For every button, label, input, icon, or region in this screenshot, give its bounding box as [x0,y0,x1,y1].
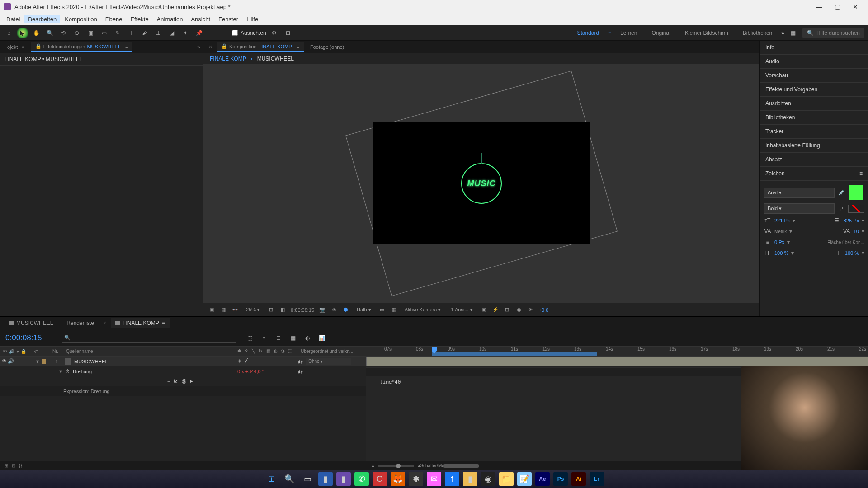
views-dropdown[interactable]: 1 Ansi... ▾ [448,306,475,314]
layer-row-1[interactable]: 👁 🔊 ▼ 1 MUSICWHEEL ☀ ╱ @ O [0,357,366,366]
start-button[interactable]: ⊞ [264,472,278,486]
toggle-brackets-icon[interactable]: {} [19,463,22,468]
character-panel-header[interactable]: Zeichen ≡ [760,167,868,181]
label-color[interactable] [42,359,46,364]
roto-tool-icon[interactable]: ✦ [180,28,191,38]
project-tab[interactable]: ojekt× [3,42,29,52]
grid-icon[interactable]: ⊞ [267,306,274,314]
glasses-icon[interactable]: 👓 [231,306,239,314]
audio-column-icon[interactable]: 🔊 [9,349,14,354]
adjustment-icon[interactable]: ◑ [281,348,287,355]
quality-switch-icon[interactable]: ╱ [245,358,248,364]
close-tab-icon[interactable]: × [206,44,215,50]
leading-value[interactable]: 325 Px [844,218,859,223]
fx-icon[interactable]: fx [259,348,265,355]
channel-icon[interactable]: ▦ [220,306,227,314]
timeline-search-input[interactable] [62,333,236,343]
workspace-lernen[interactable]: Lernen [615,28,642,38]
mask-icon[interactable]: ◧ [279,306,286,314]
exposure-value[interactable]: +0,0 [539,307,549,313]
zoom-dropdown[interactable]: 25% ▾ [243,306,263,314]
resolution-dropdown[interactable]: Halb ▾ [354,306,374,314]
audio-panel-header[interactable]: Audio [760,55,868,69]
workspace-standard[interactable]: Standard [571,28,604,38]
parent-dropdown[interactable]: Ohne ▾ [306,358,351,365]
timeline-scrollbar[interactable] [443,464,479,468]
panel-menu-icon[interactable]: ≡ [123,44,128,49]
timeline-tab-renderliste[interactable]: Renderliste [62,318,99,328]
menu-animation[interactable]: Animation [153,15,187,23]
kerning-value[interactable]: Metrik [774,229,787,234]
transparency-icon[interactable]: ▦ [390,306,397,314]
taskbar-app-2[interactable]: ▮ [336,472,351,486]
eraser-tool-icon[interactable]: ◢ [166,28,177,38]
expression-language-icon[interactable]: ▸ [190,378,193,384]
swap-colors-icon[interactable]: ⇄ [837,205,845,213]
shape-tool-icon[interactable]: ▭ [99,28,109,38]
time-ruler[interactable]: 07s 08s 09s 10s 11s 12s 13s 14s 15s 16s … [366,347,868,357]
timecode-display[interactable]: 0:00:08:15 [291,307,314,313]
workspace-kleiner[interactable]: Kleiner Bildschirm [679,28,734,38]
notepad-icon[interactable]: 📝 [517,472,532,486]
hscale-value[interactable]: 100 % [845,250,859,256]
puppet-tool-icon[interactable]: 📌 [193,28,204,38]
photoshop-icon[interactable]: Ps [553,472,568,486]
tracker-panel-header[interactable]: Tracker [760,125,868,139]
pixel-aspect-icon[interactable]: ▣ [480,306,487,314]
messenger-icon[interactable]: ✉ [427,472,441,486]
menu-bearbeiten[interactable]: Bearbeiten [24,15,60,23]
paragraph-panel-header[interactable]: Absatz [760,153,868,167]
comp-mini-flowchart-icon[interactable]: ⬚ [244,333,255,343]
vscale-value[interactable]: 100 % [774,250,788,256]
rotation-property-row[interactable]: ▼ ⏱ Drehung 0 x +344,0 ° @ [0,366,366,376]
playhead[interactable] [434,347,434,461]
stroke-color-swatch[interactable] [848,205,864,213]
snap-options-icon[interactable]: ⚙ [269,28,280,38]
expression-pickwhip-icon[interactable]: @ [181,378,186,384]
toggle-switches-icon[interactable]: ⊞ [5,463,8,468]
text-tool-icon[interactable]: T [126,28,137,38]
collapse-transform-icon[interactable]: ☀ [237,358,242,364]
reset-exposure-icon[interactable]: ☀ [527,306,534,314]
expand-arrow-icon[interactable]: ▼ [58,369,63,374]
font-size-value[interactable]: 221 Px [774,218,790,223]
illustrator-icon[interactable]: Ai [571,472,586,486]
maximize-button[interactable]: ▢ [828,0,846,14]
brush-tool-icon[interactable]: 🖌 [139,28,150,38]
label-column-icon[interactable]: 🏷 [34,349,39,354]
facebook-icon[interactable]: f [445,472,459,486]
show-snapshot-icon[interactable]: 👁 [330,306,338,314]
snapshot-icon[interactable]: 📷 [319,306,326,314]
taskbar-app-5[interactable]: ✱ [409,472,423,486]
after-effects-icon[interactable]: Ae [535,472,550,486]
quality-icon[interactable]: ╲ [252,348,258,355]
minimize-button[interactable]: — [810,0,828,14]
panel-menu-icon[interactable]: ≡ [859,170,863,177]
layer-bar[interactable] [366,357,868,366]
composition-viewer[interactable]: MUSIC [203,64,760,303]
orbit-tool-icon[interactable]: ⟲ [58,28,69,38]
graph-editor-icon[interactable]: 📊 [316,333,327,343]
workspace-bibliotheken[interactable]: Bibliotheken [737,28,778,38]
motion-blur-icon[interactable]: ◐ [302,333,313,343]
menu-ansicht[interactable]: Ansicht [187,15,214,23]
3d-icon[interactable]: ⬚ [288,348,294,355]
color-mgmt-icon[interactable]: ⬢ [342,306,349,314]
tracking-value[interactable]: 10 [854,229,859,234]
effect-controls-tab[interactable]: 🔒 Effekteinstellungen MUSICWHEEL ≡ [31,42,133,52]
lock-column-icon[interactable]: 🔒 [21,349,26,354]
flowchart-finale[interactable]: FINALE KOMP [210,56,246,62]
snap-extend-icon[interactable]: ⊡ [283,28,293,38]
zoom-in-icon[interactable]: ▲ [417,463,421,468]
rotation-turns[interactable]: 0 x [237,369,244,374]
hand-tool-icon[interactable]: ✋ [31,28,42,38]
camera-tool-icon[interactable]: ▣ [85,28,96,38]
close-tab-icon[interactable]: × [103,320,106,326]
whatsapp-icon[interactable]: ✆ [354,472,369,486]
zoom-slider[interactable] [378,465,414,467]
roi-icon[interactable]: ▭ [378,306,386,314]
libraries-panel-header[interactable]: Bibliotheken [760,111,868,125]
alpha-icon[interactable]: ▣ [208,306,215,314]
stroke-type-dropdown[interactable]: Fläche über Kon... [827,240,864,245]
rotation-degrees[interactable]: +344,0 [245,369,261,374]
